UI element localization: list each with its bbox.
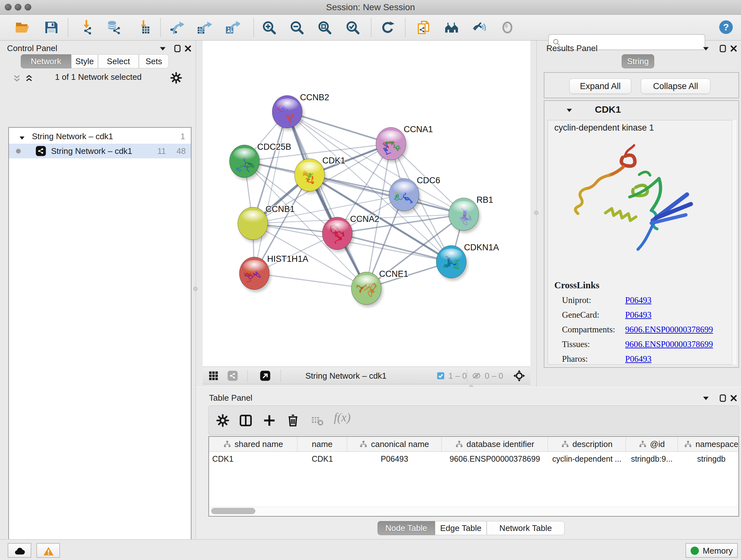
tab-sets[interactable]: Sets (139, 54, 169, 68)
node-label-RB1: RB1 (476, 195, 493, 205)
collapse-all-button[interactable]: Collapse All (641, 78, 711, 94)
network-collection-row[interactable]: String Network – cdk1 1 (9, 129, 191, 144)
crosslink-link[interactable]: P06493 (625, 310, 652, 320)
org-chart-icon (684, 440, 692, 448)
panel-float-icon[interactable] (718, 393, 728, 403)
node-label-HIST1H1A: HIST1H1A (267, 254, 308, 264)
crosslink-link[interactable]: 9606.ENSP00000378699 (625, 339, 713, 349)
column-header-@id[interactable]: @id (626, 437, 678, 451)
hidden-eye-icon[interactable] (471, 371, 482, 381)
panel-menu-icon[interactable] (701, 394, 711, 403)
panel-menu-icon[interactable] (701, 44, 711, 54)
presentation-eye-icon[interactable] (500, 20, 515, 35)
column-header-database-identifier[interactable]: database identifier (442, 437, 548, 451)
memory-button[interactable]: Memory (685, 543, 738, 558)
toolbar-separator (253, 18, 254, 37)
table-cell: cyclin-dependent ... (548, 452, 626, 466)
move-tool-icon[interactable] (513, 369, 526, 382)
gear-icon[interactable] (170, 71, 183, 84)
column-header-canonical-name[interactable]: canonical name (347, 437, 442, 451)
panel-close-icon[interactable] (183, 44, 193, 53)
control-panel: Control Panel NetworkStyleSelectSets 1 o… (3, 40, 192, 539)
warnings-button[interactable] (37, 543, 60, 558)
network-tree: String Network – cdk1 1 String Network –… (8, 127, 192, 560)
node-label-CDC25B: CDC25B (257, 142, 291, 152)
node-label-CCNB1: CCNB1 (266, 204, 295, 214)
export-network-icon[interactable] (170, 20, 185, 35)
panel-menu-icon[interactable] (158, 44, 167, 54)
crosslinks-heading: CrossLinks (554, 280, 599, 291)
string-home-icon[interactable] (444, 20, 459, 35)
crosslink-link[interactable]: P06493 (625, 295, 652, 305)
crosslink-row: GeneCard: P06493 (562, 310, 734, 325)
zoom-fit-icon[interactable] (317, 20, 332, 35)
table-body: CDK1CDK1P064939606.ENSP00000378699cyclin… (209, 452, 738, 466)
table-horizontal-scrollbar[interactable] (210, 507, 738, 515)
refresh-view-icon[interactable] (380, 20, 395, 35)
add-column-icon[interactable] (262, 414, 276, 428)
expand-all-button[interactable]: Expand All (569, 78, 631, 94)
tab-network[interactable]: Network (21, 54, 71, 68)
open-external-icon[interactable] (259, 370, 271, 381)
left-splitter-grip[interactable] (193, 287, 198, 291)
export-image-icon[interactable] (225, 20, 240, 35)
share-view-icon[interactable] (227, 370, 239, 381)
import-network-icon[interactable] (78, 20, 94, 35)
collapse-section-icon[interactable] (565, 106, 574, 115)
table-row[interactable]: CDK1CDK1P064939606.ENSP00000378699cyclin… (209, 452, 738, 466)
crosslink-link[interactable]: 9606.ENSP00000378699 (625, 325, 713, 334)
panel-close-icon[interactable] (729, 44, 738, 53)
hide-panels-eye-icon[interactable] (472, 20, 487, 35)
panel-float-icon[interactable] (173, 44, 182, 53)
zoom-in-icon[interactable] (261, 20, 277, 35)
node-count: 11 (157, 144, 166, 159)
zoom-selected-icon[interactable] (345, 20, 360, 35)
network-node-icon (35, 145, 47, 157)
protein-result-card: CDK1 cyclin-dependent kinase 1 (544, 100, 739, 368)
org-chart-icon (223, 440, 231, 448)
network-canvas[interactable]: CCNB2CCNA1CDC25BCDK1CDC6RB1CCNB1CCNA2CDK… (203, 41, 530, 367)
table-header-row: shared namenamecanonical namedatabase id… (209, 437, 738, 452)
tab-edge-table[interactable]: Edge Table (435, 521, 487, 535)
open-session-folder-icon[interactable] (15, 20, 30, 35)
delete-column-icon[interactable] (286, 414, 300, 428)
node-label-CDC6: CDC6 (417, 176, 441, 185)
selected-node-edge-counts: 1 – 0 (448, 367, 467, 385)
results-scrollbar[interactable] (732, 120, 737, 365)
expand-all-icon[interactable] (23, 73, 35, 84)
crosslink-row: Uniprot: P06493 (562, 295, 734, 310)
column-header-shared-name[interactable]: shared name (209, 437, 297, 451)
grid-view-icon[interactable] (208, 370, 219, 381)
column-header-namespace[interactable]: namespace (678, 437, 739, 451)
crosslink-link[interactable]: P06493 (625, 354, 652, 364)
help-icon[interactable]: ? (718, 19, 734, 35)
panel-float-icon[interactable] (718, 44, 728, 53)
tree-expander-icon[interactable] (18, 132, 26, 140)
network-row-selected[interactable]: String Network – cdk1 11 48 (9, 144, 191, 159)
tab-node-table[interactable]: Node Table (378, 521, 435, 535)
clone-network-icon[interactable] (416, 20, 431, 35)
org-chart-icon (561, 440, 569, 448)
panel-close-icon[interactable] (729, 393, 738, 403)
crosslink-label: Tissues: (562, 339, 590, 349)
tab-style[interactable]: Style (71, 54, 98, 68)
import-database-icon[interactable] (106, 20, 122, 35)
node-table[interactable]: shared namenamecanonical namedatabase id… (208, 436, 739, 516)
cloud-status-button[interactable] (8, 543, 31, 558)
selected-checkbox-icon[interactable] (436, 371, 445, 380)
zoom-out-icon[interactable] (289, 20, 305, 35)
tab-string[interactable]: String (622, 54, 654, 68)
table-cell: stringdb (678, 452, 739, 466)
column-header-description[interactable]: description (548, 437, 626, 451)
column-header-name[interactable]: name (297, 437, 347, 451)
table-gear-icon[interactable] (216, 414, 230, 428)
import-table-icon[interactable] (136, 20, 151, 35)
save-session-icon[interactable] (44, 20, 59, 35)
status-bar: Memory (0, 539, 741, 560)
tab-select[interactable]: Select (98, 54, 139, 68)
export-table-icon[interactable] (197, 20, 212, 35)
tab-network-table[interactable]: Network Table (487, 521, 564, 535)
collapse-all-icon[interactable] (11, 73, 22, 84)
show-columns-icon[interactable] (239, 414, 253, 428)
scrollbar-thumb[interactable] (211, 508, 255, 514)
